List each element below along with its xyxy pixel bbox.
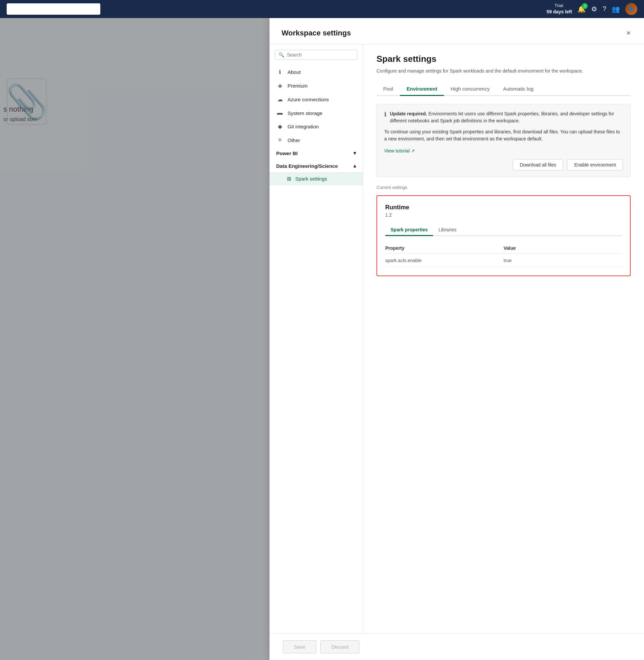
download-all-files-button[interactable]: Download all files — [513, 159, 564, 170]
col-property: Property — [385, 243, 504, 254]
topbar-search-box[interactable] — [7, 3, 100, 15]
sidebar-item-about-label: About — [288, 69, 301, 75]
notification-icon[interactable]: 🔔 3 — [577, 5, 586, 13]
chevron-down-icon: ▾ — [353, 150, 356, 156]
sidebar-item-system-storage[interactable]: ▬ System storage — [270, 106, 363, 120]
topbar-right: Trial: 59 days left 🔔 3 ⚙ ? 👥 👤 — [547, 3, 637, 15]
power-bi-label: Power BI — [276, 151, 298, 156]
search-input[interactable] — [287, 52, 354, 58]
sidebar-item-premium[interactable]: ◈ Premium — [270, 79, 363, 93]
alert-actions: Download all files Enable environment — [384, 159, 623, 170]
alert-info-icon: ℹ — [384, 111, 387, 118]
alert-text: Update required. Environments let users … — [390, 110, 623, 124]
trial-info: Trial: 59 days left — [547, 3, 572, 15]
value-cell: true — [504, 254, 622, 268]
spark-settings-label: Spark settings — [295, 176, 327, 182]
col-value: Value — [504, 243, 622, 254]
settings-icon[interactable]: ⚙ — [591, 5, 597, 13]
sidebar-group-power-bi[interactable]: Power BI ▾ — [270, 147, 363, 159]
storage-icon: ▬ — [276, 110, 283, 116]
inner-tab-libraries[interactable]: Libraries — [433, 224, 462, 236]
tab-pool[interactable]: Pool — [376, 83, 400, 96]
alert-header: ℹ Update required. Environments let user… — [384, 110, 623, 124]
chevron-up-icon: ▴ — [353, 163, 356, 169]
property-cell: spark.acls.enable — [385, 254, 504, 268]
modal-title: Workspace settings — [281, 29, 351, 38]
settings-box: Runtime 1.2 Spark properties Libraries P… — [376, 195, 630, 276]
data-engineering-label: Data Engineering/Science — [276, 163, 338, 169]
enable-environment-button[interactable]: Enable environment — [567, 159, 623, 170]
tab-high-concurrency[interactable]: High concurrency — [444, 83, 497, 96]
about-icon: ℹ — [276, 69, 283, 75]
sidebar-subitem-spark-settings[interactable]: ⊞ Spark settings — [270, 172, 363, 185]
sidebar-item-other-label: Other — [288, 137, 300, 143]
runtime-title: Runtime — [385, 204, 622, 211]
inner-tab-bar: Spark properties Libraries — [385, 224, 622, 236]
external-link-icon: ↗ — [411, 148, 415, 154]
azure-icon: ☁ — [276, 96, 283, 103]
modal-header: Workspace settings × — [270, 18, 644, 44]
sidebar-item-other[interactable]: ≡ Other — [270, 133, 363, 147]
people-icon[interactable]: 👥 — [612, 5, 620, 13]
runtime-version: 1.2 — [385, 212, 622, 218]
tab-automatic-log[interactable]: Automatic log — [496, 83, 540, 96]
search-icon: 🔍 — [278, 52, 284, 58]
sidebar-item-azure-label: Azure connections — [288, 97, 329, 102]
page-title: Spark settings — [376, 54, 630, 64]
properties-table: Property Value spark.acls.enabletrue — [385, 243, 622, 268]
tab-environment[interactable]: Environment — [400, 83, 444, 96]
sidebar-item-git-label: Git integration — [288, 124, 319, 129]
alert-description: To continue using your existing Spark pr… — [384, 129, 623, 142]
sidebar-item-premium-label: Premium — [288, 83, 307, 89]
notification-badge: 3 — [582, 3, 588, 9]
sidebar-item-git-integration[interactable]: ◆ Git integration — [270, 120, 363, 133]
sidebar: 🔍 ℹ About ◈ Premium ☁ Azure connections … — [270, 44, 363, 633]
save-button[interactable]: Save — [283, 640, 316, 653]
search-box[interactable]: 🔍 — [275, 50, 358, 60]
sidebar-group-data-engineering[interactable]: Data Engineering/Science ▴ — [270, 159, 363, 172]
view-tutorial-link[interactable]: View tutorial ↗ — [384, 148, 415, 154]
discard-button[interactable]: Discard — [320, 640, 360, 653]
modal-body: 🔍 ℹ About ◈ Premium ☁ Azure connections … — [270, 44, 644, 633]
table-row: spark.acls.enabletrue — [385, 254, 622, 268]
sidebar-item-about[interactable]: ℹ About — [270, 65, 363, 79]
modal-close-button[interactable]: × — [625, 27, 632, 39]
main-content: Spark settings Configure and manage sett… — [363, 44, 644, 633]
alert-box: ℹ Update required. Environments let user… — [376, 104, 630, 177]
premium-icon: ◈ — [276, 82, 283, 89]
spark-settings-icon: ⊞ — [287, 176, 291, 182]
git-icon: ◆ — [276, 123, 283, 130]
help-icon[interactable]: ? — [602, 5, 606, 13]
other-icon: ≡ — [276, 137, 283, 143]
user-avatar[interactable]: 👤 — [625, 3, 637, 15]
modal-panel: Workspace settings × 🔍 ℹ About ◈ Premium… — [270, 18, 644, 660]
sidebar-item-azure-connections[interactable]: ☁ Azure connections — [270, 93, 363, 106]
current-settings-label: Current settings — [376, 185, 630, 190]
inner-tab-spark-properties[interactable]: Spark properties — [385, 224, 433, 236]
footer-bar: Save Discard — [270, 633, 644, 660]
topbar: Trial: 59 days left 🔔 3 ⚙ ? 👥 👤 — [0, 0, 644, 18]
sidebar-item-storage-label: System storage — [288, 110, 322, 116]
tab-bar: Pool Environment High concurrency Automa… — [376, 83, 630, 96]
page-description: Configure and manage settings for Spark … — [376, 68, 611, 74]
